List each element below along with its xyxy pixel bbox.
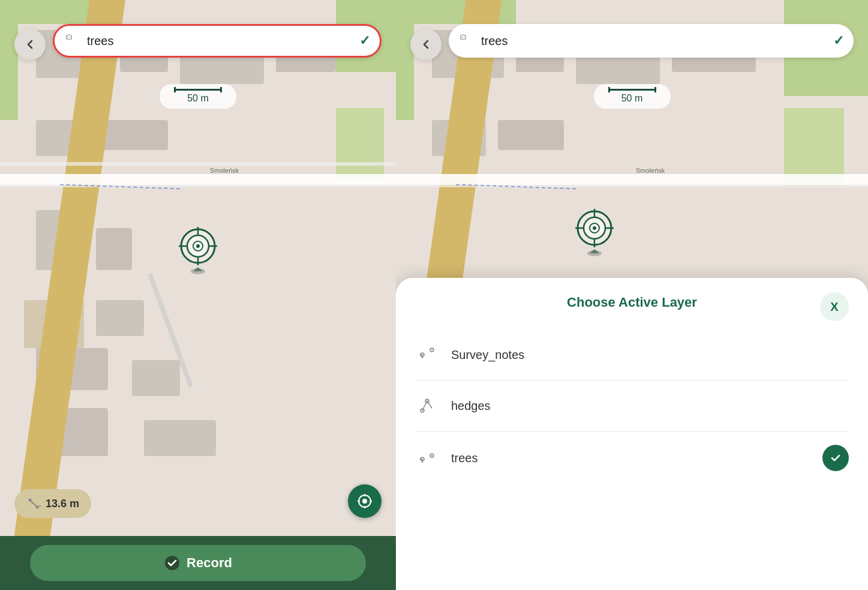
search-text-right: trees (481, 34, 833, 48)
right-map-panel: Smoleńsk trees ✓ 50 m (396, 0, 868, 590)
svg-point-22 (165, 556, 179, 570)
scale-line-left (174, 89, 222, 91)
hedges-icon (415, 394, 439, 418)
bottom-sheet: Choose Active Layer X Survey_notes (396, 278, 868, 590)
distance-value: 13.6 m (46, 498, 79, 510)
back-button-left[interactable] (14, 29, 46, 60)
record-bar: Record (0, 536, 396, 590)
sheet-header: Choose Active Layer X (415, 295, 849, 310)
close-icon: X (830, 300, 838, 314)
left-map-panel: Smoleńsk trees ✓ 50 m (0, 0, 396, 590)
search-text-left: trees (87, 34, 359, 48)
trees-icon (415, 446, 439, 470)
record-check-icon (164, 555, 181, 571)
street-label-left: Smoleńsk (210, 167, 239, 174)
svg-point-13 (29, 499, 32, 502)
scale-indicator-left: 50 m (160, 84, 236, 109)
record-label: Record (187, 555, 232, 571)
svg-point-39 (431, 349, 433, 351)
scale-label-right: 50 m (621, 93, 643, 104)
svg-point-1 (68, 37, 70, 38)
check-icon (829, 451, 842, 465)
svg-point-24 (462, 37, 464, 38)
search-bar-right[interactable]: trees ✓ (449, 24, 854, 58)
street-label-right: Smoleńsk (636, 167, 665, 174)
layer-name-trees: trees (451, 451, 822, 465)
scale-line-right (608, 89, 656, 91)
selected-check-badge (822, 445, 849, 471)
svg-point-49 (431, 455, 433, 456)
search-bar-left[interactable]: trees ✓ (53, 24, 382, 58)
layer-item-hedges[interactable]: hedges (415, 381, 849, 432)
crosshair-left (174, 222, 222, 278)
search-icon-right (458, 32, 475, 49)
layer-item-trees[interactable]: trees (415, 432, 849, 484)
svg-point-17 (362, 499, 367, 504)
layer-name-survey-notes: Survey_notes (451, 348, 849, 362)
back-button-right[interactable] (410, 29, 441, 60)
svg-point-14 (36, 506, 39, 509)
layer-item-survey-notes[interactable]: Survey_notes (415, 330, 849, 381)
crosshair-right (570, 204, 618, 260)
gps-button[interactable] (348, 484, 382, 518)
sheet-title: Choose Active Layer (567, 295, 697, 310)
svg-point-31 (593, 226, 596, 230)
distance-icon (26, 496, 41, 511)
distance-badge: 13.6 m (14, 489, 91, 518)
svg-point-8 (196, 244, 200, 248)
chevron-icon-right: ✓ (833, 33, 844, 49)
close-button[interactable]: X (820, 292, 849, 321)
record-button[interactable]: Record (30, 545, 366, 581)
scale-indicator-right: 50 m (594, 84, 671, 109)
layer-name-hedges: hedges (451, 399, 849, 413)
scale-label-left: 50 m (187, 93, 209, 104)
chevron-icon-left: ✓ (359, 33, 370, 49)
search-icon-left (64, 32, 81, 49)
survey-notes-icon (415, 343, 439, 367)
